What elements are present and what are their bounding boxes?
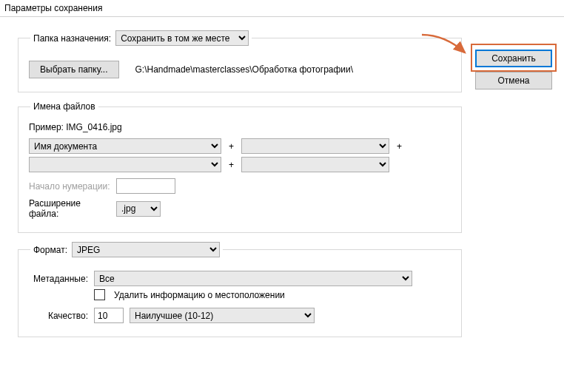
format-label: Формат: bbox=[33, 245, 67, 255]
extension-label: Расширение файла: bbox=[29, 198, 110, 219]
cancel-button[interactable]: Отмена bbox=[475, 72, 552, 89]
start-numbering-label: Начало нумерации: bbox=[29, 181, 110, 192]
plus-3: + bbox=[227, 160, 235, 170]
plus-2: + bbox=[395, 141, 403, 152]
filename-template-1[interactable]: Имя документа bbox=[29, 138, 221, 154]
format-group: Формат: JPEG Метаданные: Все Удалить инф… bbox=[18, 242, 462, 337]
plus-1: + bbox=[227, 141, 235, 152]
browse-folder-button[interactable]: Выбрать папку... bbox=[29, 61, 119, 78]
window-title: Параметры сохранения bbox=[0, 0, 564, 17]
example-value: IMG_0416.jpg bbox=[66, 122, 121, 132]
save-button[interactable]: Сохранить bbox=[475, 50, 552, 67]
filename-template-3[interactable] bbox=[29, 157, 221, 172]
start-numbering-input bbox=[116, 178, 175, 194]
remove-location-checkbox[interactable] bbox=[94, 289, 105, 300]
filenames-group: Имена файлов Пример: IMG_0416.jpg Имя до… bbox=[18, 101, 462, 233]
format-select[interactable]: JPEG bbox=[72, 242, 220, 257]
metadata-label: Метаданные: bbox=[29, 274, 88, 284]
filenames-legend: Имена файлов bbox=[30, 101, 98, 112]
example-label: Пример: bbox=[29, 122, 64, 132]
destination-mode-select[interactable]: Сохранить в том же месте bbox=[115, 30, 249, 46]
quality-input[interactable] bbox=[94, 308, 124, 323]
filename-template-4[interactable] bbox=[241, 157, 389, 172]
destination-group: Папка назначения: Сохранить в том же мес… bbox=[18, 30, 462, 92]
quality-label: Качество: bbox=[29, 311, 88, 321]
extension-select[interactable]: .jpg bbox=[116, 201, 161, 217]
filename-template-2[interactable] bbox=[241, 138, 389, 154]
remove-location-label: Удалить информацию о местоположении bbox=[114, 290, 285, 300]
destination-label: Папка назначения: bbox=[33, 33, 111, 44]
metadata-select[interactable]: Все bbox=[94, 271, 412, 286]
destination-path: G:\Handmade\masterclasses\Обработка фото… bbox=[135, 64, 354, 75]
quality-preset-select[interactable]: Наилучшее (10-12) bbox=[130, 308, 315, 323]
